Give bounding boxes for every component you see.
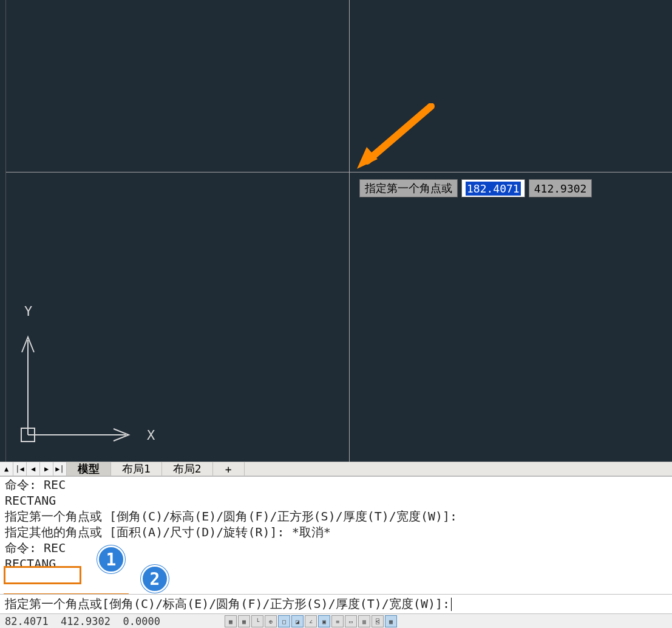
svg-text:Y: Y — [24, 304, 32, 319]
tab-nav-last-button[interactable]: ▶| — [53, 462, 67, 476]
status-snap-icon[interactable]: ▦ — [238, 615, 250, 627]
crosshair-vertical — [349, 0, 350, 462]
svg-marker-1 — [357, 147, 378, 169]
status-3dosnap-icon[interactable]: ◪ — [291, 615, 304, 627]
status-ortho-icon[interactable]: └ — [251, 615, 263, 627]
dynamic-input-tooltip[interactable]: 指定第一个角点或 182.4071 412.9302 — [359, 179, 592, 197]
tab-nav-next-button[interactable]: ▶ — [40, 462, 53, 476]
svg-text:X: X — [147, 428, 155, 443]
status-ducs-icon[interactable]: ▣ — [318, 615, 330, 627]
svg-rect-2 — [21, 428, 35, 442]
dynamic-input-label: 指定第一个角点或 — [359, 179, 458, 197]
command-input-caret — [451, 598, 452, 611]
status-lwt-icon[interactable]: ▭ — [345, 615, 357, 627]
tab-scroll-up-button[interactable]: ▲ — [0, 462, 13, 476]
status-transparency-icon[interactable]: ▥ — [358, 615, 370, 627]
drawing-canvas[interactable]: 指定第一个角点或 182.4071 412.9302 Y X — [0, 0, 672, 462]
tab-add-layout-button[interactable]: + — [213, 462, 245, 476]
status-bar: 82.4071 412.9302 0.0000 ▦ ▦ └ ⊕ □ ◪ ∠ ▣ … — [0, 613, 672, 628]
tab-model[interactable]: 模型 — [67, 462, 111, 476]
crosshair-horizontal — [6, 172, 672, 172]
status-qp-icon[interactable]: ⍃ — [372, 615, 384, 627]
ucs-axes-icon: Y X — [19, 304, 159, 449]
status-grid-icon[interactable]: ▦ — [225, 615, 237, 627]
status-osnap-icon[interactable]: □ — [278, 615, 290, 627]
status-sc-icon[interactable]: ▦ — [385, 615, 397, 627]
dynamic-input-y-field[interactable]: 412.9302 — [529, 179, 592, 197]
command-prompt-options: [倒角(C)/标高(E)/圆角(F)/正方形(S)/厚度(T)/宽度(W)]: — [102, 596, 450, 612]
command-history[interactable]: 命令: REC RECTANG 指定第一个角点或 [倒角(C)/标高(E)/圆角… — [0, 476, 672, 592]
layout-tab-strip: ▲ |◀ ◀ ▶ ▶| 模型 布局1 布局2 + — [0, 462, 672, 476]
status-dyn-icon[interactable]: ≡ — [331, 615, 344, 627]
status-otrack-icon[interactable]: ∠ — [305, 615, 317, 627]
command-prompt-prefix: 指定第一个角点或 — [5, 596, 102, 612]
tab-layout2[interactable]: 布局2 — [162, 462, 213, 476]
annotation-arrow-icon — [352, 103, 437, 170]
command-input[interactable]: 指定第一个角点或 [倒角(C)/标高(E)/圆角(F)/正方形(S)/厚度(T)… — [0, 594, 672, 613]
tab-nav-prev-button[interactable]: ◀ — [27, 462, 40, 476]
tab-nav-first-button[interactable]: |◀ — [13, 462, 27, 476]
status-polar-icon[interactable]: ⊕ — [265, 615, 277, 627]
status-toggle-icons: ▦ ▦ └ ⊕ □ ◪ ∠ ▣ ≡ ▭ ▥ ⍃ ▦ — [225, 614, 397, 628]
dynamic-input-x-field[interactable]: 182.4071 — [461, 179, 525, 197]
tab-layout1[interactable]: 布局1 — [111, 462, 162, 476]
status-coordinates: 82.4071 412.9302 0.0000 — [0, 615, 165, 627]
dynamic-input-x-value: 182.4071 — [466, 182, 521, 196]
svg-line-0 — [367, 106, 431, 161]
canvas-left-margin — [0, 0, 6, 462]
